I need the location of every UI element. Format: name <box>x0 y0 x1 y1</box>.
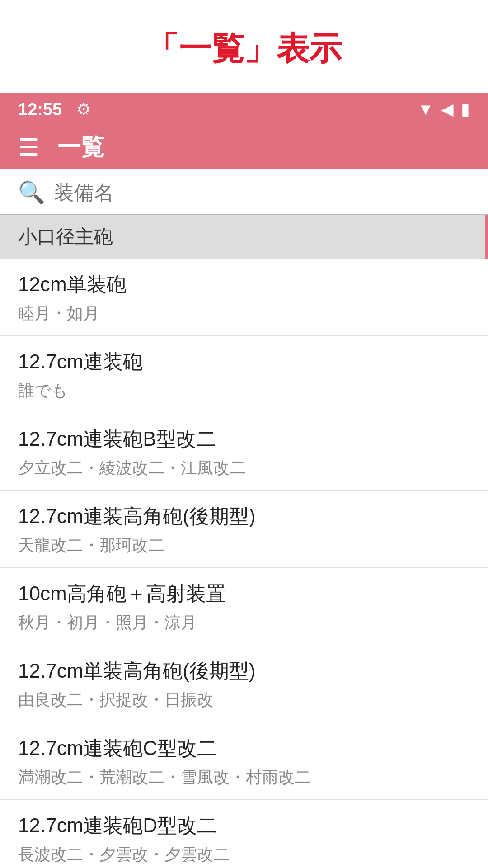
item-sub: 由良改二・択捉改・日振改 <box>18 689 470 711</box>
list-item[interactable]: 12.7cm単装高角砲(後期型) 由良改二・択捉改・日振改 <box>0 645 488 722</box>
page-title: 「一覧」表示 <box>0 27 488 71</box>
status-bar: 12:55 ⚙ ▼ ◀ ▮ <box>0 93 488 126</box>
wifi-icon: ▼ <box>418 100 434 119</box>
item-name: 12.7cm連装砲C型改二 <box>18 735 470 762</box>
search-icon: 🔍 <box>18 180 45 205</box>
item-sub: 睦月・如月 <box>18 302 470 325</box>
list-item[interactable]: 12cm単装砲 睦月・如月 <box>0 259 488 336</box>
item-sub: 誰でも <box>18 380 470 402</box>
item-sub: 長波改二・夕雲改・夕雲改二 <box>18 844 470 866</box>
page-header: 「一覧」表示 <box>0 0 488 93</box>
item-sub: 夕立改二・綾波改二・江風改二 <box>18 457 470 479</box>
equipment-list: 12cm単装砲 睦月・如月 12.7cm連装砲 誰でも 12.7cm連装砲B型改… <box>0 259 488 868</box>
search-input[interactable] <box>54 181 470 204</box>
list-item[interactable]: 12.7cm連装砲C型改二 満潮改二・荒潮改二・雪風改・村雨改二 <box>0 722 488 800</box>
battery-icon: ▮ <box>461 100 470 119</box>
item-name: 12.7cm連装砲 <box>18 349 470 375</box>
item-name: 10cm高角砲＋高射装置 <box>18 580 470 607</box>
list-item[interactable]: 10cm高角砲＋高射装置 秋月・初月・照月・涼月 <box>0 568 488 645</box>
status-time: 12:55 <box>18 100 62 119</box>
item-name: 12.7cm連装砲D型改二 <box>18 812 470 839</box>
list-item[interactable]: 12.7cm連装砲B型改二 夕立改二・綾波改二・江風改二 <box>0 413 488 491</box>
item-name: 12cm単装砲 <box>18 271 470 298</box>
hamburger-icon[interactable]: ☰ <box>18 134 39 161</box>
item-sub: 秋月・初月・照月・涼月 <box>18 612 470 634</box>
list-item[interactable]: 12.7cm連装高角砲(後期型) 天龍改二・那珂改二 <box>0 491 488 568</box>
toolbar: ☰ 一覧 <box>0 126 488 169</box>
toolbar-title: 一覧 <box>57 132 104 163</box>
item-name: 12.7cm連装高角砲(後期型) <box>18 503 470 530</box>
search-bar: 🔍 <box>0 169 488 215</box>
item-name: 12.7cm連装砲B型改二 <box>18 426 470 453</box>
list-item[interactable]: 12.7cm連装砲D型改二 長波改二・夕雲改・夕雲改二 <box>0 800 488 868</box>
status-icons: ▼ ◀ ▮ <box>418 100 470 119</box>
item-name: 12.7cm単装高角砲(後期型) <box>18 658 470 684</box>
item-sub: 満潮改二・荒潮改二・雪風改・村雨改二 <box>18 766 470 788</box>
list-item[interactable]: 12.7cm連装砲 誰でも <box>0 336 488 413</box>
gear-icon[interactable]: ⚙ <box>76 100 91 119</box>
category-header: 小口径主砲 <box>0 215 488 259</box>
item-sub: 天龍改二・那珂改二 <box>18 534 470 557</box>
signal-icon: ◀ <box>441 100 454 119</box>
